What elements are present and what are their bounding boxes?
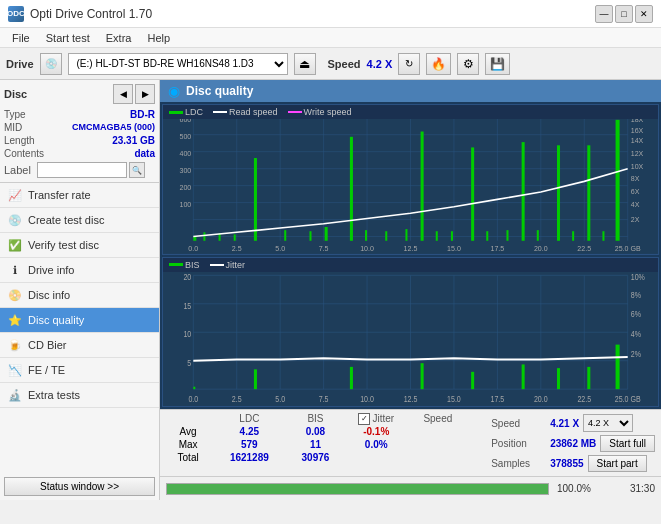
sidebar-item-fe-te[interactable]: 📉 FE / TE <box>0 358 159 383</box>
close-button[interactable]: ✕ <box>635 5 653 23</box>
label-input[interactable] <box>37 162 127 178</box>
save-button[interactable]: 💾 <box>485 53 510 75</box>
sidebar-item-cd-bier[interactable]: 🍺 CD Bier <box>0 333 159 358</box>
drive-select[interactable]: (E:) HL-DT-ST BD-RE WH16NS48 1.D3 <box>68 53 288 75</box>
svg-text:12X: 12X <box>631 149 644 158</box>
sidebar-item-create-test-disc[interactable]: 💿 Create test disc <box>0 208 159 233</box>
progress-bar-row: 100.0% 31:30 <box>160 476 661 500</box>
svg-text:10.0: 10.0 <box>360 244 374 253</box>
titlebar: ODC Opti Drive Control 1.70 — □ ✕ <box>0 0 661 28</box>
jitter-checkbox[interactable]: ✓ <box>358 413 370 425</box>
sidebar-item-label: Disc info <box>28 289 70 301</box>
svg-text:4%: 4% <box>631 329 641 339</box>
svg-text:2.5: 2.5 <box>232 393 242 403</box>
contents-label: Contents <box>4 148 44 159</box>
dq-header: ◉ Disc quality <box>160 80 661 102</box>
svg-text:200: 200 <box>179 183 191 192</box>
avg-row: Avg 4.25 0.08 -0.1% <box>164 425 485 438</box>
settings-button[interactable]: ⚙ <box>457 53 479 75</box>
svg-rect-24 <box>254 158 257 241</box>
label-search-button[interactable]: 🔍 <box>129 162 145 178</box>
menu-help[interactable]: Help <box>139 31 178 45</box>
svg-text:15.0: 15.0 <box>447 244 461 253</box>
main-layout: Disc ◀ ▶ Type BD-R MID CMCMAGBA5 (000) L… <box>0 80 661 500</box>
menu-start-test[interactable]: Start test <box>38 31 98 45</box>
svg-text:25.0 GB: 25.0 GB <box>615 244 641 253</box>
svg-rect-91 <box>421 363 424 389</box>
disc-panel: Disc ◀ ▶ Type BD-R MID CMCMAGBA5 (000) L… <box>0 80 159 183</box>
sidebar-item-disc-info[interactable]: 📀 Disc info <box>0 283 159 308</box>
svg-text:100: 100 <box>179 200 191 209</box>
progress-bar-inner <box>167 484 548 494</box>
svg-text:500: 500 <box>179 132 191 141</box>
disc-info-icon: 📀 <box>8 288 22 302</box>
start-part-button[interactable]: Start part <box>588 455 647 472</box>
refresh-button[interactable]: ↻ <box>398 53 420 75</box>
app-title: Opti Drive Control 1.70 <box>30 7 152 21</box>
status-window-button[interactable]: Status window >> <box>4 477 155 496</box>
max-jitter: 0.0% <box>344 438 408 451</box>
time-text: 31:30 <box>615 483 655 494</box>
svg-rect-43 <box>602 231 604 241</box>
ldc-chart-svg: 600 500 400 300 200 100 18X 16X 14X 12X … <box>163 105 658 254</box>
svg-text:5.0: 5.0 <box>275 393 285 403</box>
eject-button[interactable]: ⏏ <box>294 53 316 75</box>
read-speed-legend: Read speed <box>213 107 278 117</box>
samples-stat-row: Samples 378855 Start part <box>491 455 655 472</box>
speed-stat-label: Speed <box>491 418 546 429</box>
svg-rect-93 <box>522 364 525 389</box>
maximize-button[interactable]: □ <box>615 5 633 23</box>
svg-text:6X: 6X <box>631 187 640 196</box>
svg-rect-33 <box>436 231 438 241</box>
sidebar-item-drive-info[interactable]: ℹ Drive info <box>0 258 159 283</box>
menu-file[interactable]: File <box>4 31 38 45</box>
position-value: 23862 MB <box>550 438 596 449</box>
disc-btn2[interactable]: ▶ <box>135 84 155 104</box>
nav-items: 📈 Transfer rate 💿 Create test disc ✅ Ver… <box>0 183 159 473</box>
svg-text:8X: 8X <box>631 174 640 183</box>
svg-rect-21 <box>203 232 205 240</box>
svg-rect-94 <box>557 368 560 389</box>
svg-text:15.0: 15.0 <box>447 393 461 403</box>
start-full-button[interactable]: Start full <box>600 435 655 452</box>
svg-rect-37 <box>506 230 508 241</box>
svg-rect-35 <box>471 147 474 240</box>
svg-text:12.5: 12.5 <box>404 393 418 403</box>
sidebar-item-extra-tests[interactable]: 🔬 Extra tests <box>0 383 159 408</box>
svg-rect-41 <box>572 231 574 241</box>
read-speed-color-swatch <box>213 111 227 113</box>
svg-rect-30 <box>385 231 387 241</box>
disc-btn1[interactable]: ◀ <box>113 84 133 104</box>
write-speed-color-swatch <box>288 111 302 113</box>
sidebar-item-verify-test-disc[interactable]: ✅ Verify test disc <box>0 233 159 258</box>
ldc-legend: LDC <box>169 107 203 117</box>
max-bis: 11 <box>286 438 344 451</box>
burn-button[interactable]: 🔥 <box>426 53 451 75</box>
sidebar-item-label: CD Bier <box>28 339 67 351</box>
label-label: Label <box>4 164 31 176</box>
length-label: Length <box>4 135 35 146</box>
svg-text:300: 300 <box>179 166 191 175</box>
menu-extra[interactable]: Extra <box>98 31 140 45</box>
extra-tests-icon: 🔬 <box>8 388 22 402</box>
svg-text:2X: 2X <box>631 215 640 224</box>
sidebar-item-label: Extra tests <box>28 389 80 401</box>
avg-jitter: -0.1% <box>344 425 408 438</box>
svg-rect-42 <box>587 145 590 240</box>
svg-text:6%: 6% <box>631 309 641 319</box>
svg-text:12.5: 12.5 <box>404 244 418 253</box>
sidebar-item-transfer-rate[interactable]: 📈 Transfer rate <box>0 183 159 208</box>
total-row: Total 1621289 30976 <box>164 451 485 464</box>
svg-text:16X: 16X <box>631 125 644 134</box>
cd-bier-icon: 🍺 <box>8 338 22 352</box>
total-label: Total <box>164 451 212 464</box>
svg-text:7.5: 7.5 <box>319 393 329 403</box>
sidebar: Disc ◀ ▶ Type BD-R MID CMCMAGBA5 (000) L… <box>0 80 160 500</box>
minimize-button[interactable]: — <box>595 5 613 23</box>
speed-select[interactable]: 4.2 X <box>583 414 633 432</box>
svg-text:2.5: 2.5 <box>232 244 242 253</box>
svg-rect-36 <box>486 231 488 241</box>
sidebar-item-disc-quality[interactable]: ⭐ Disc quality <box>0 308 159 333</box>
drive-icon-button[interactable]: 💿 <box>40 53 62 75</box>
samples-value: 378855 <box>550 458 583 469</box>
